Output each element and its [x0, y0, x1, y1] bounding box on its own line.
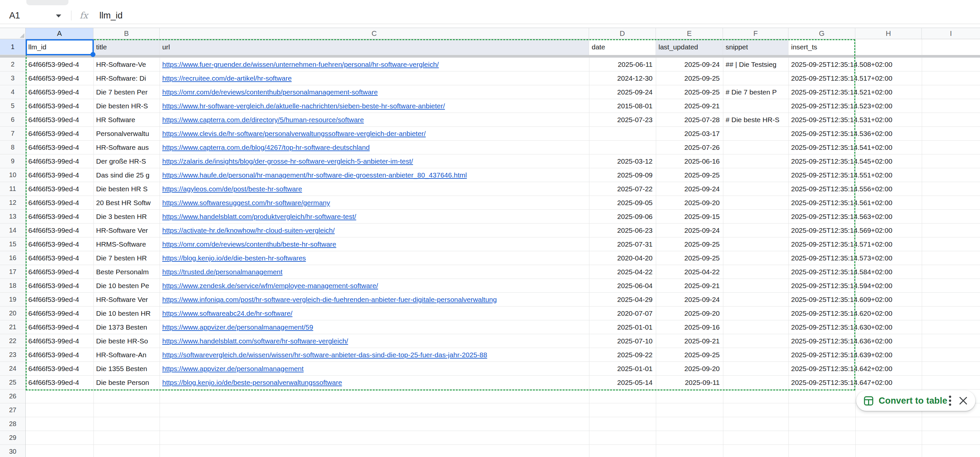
column-header-c[interactable]: C	[160, 28, 589, 39]
cell-snippet[interactable]: # Die 7 besten P	[723, 85, 789, 99]
cell-last-updated[interactable]: 2025-09-15	[656, 210, 723, 223]
row-number[interactable]: 2	[0, 57, 25, 72]
cell-insert-ts[interactable]: 2025-09-25T12:35:14.573+02:00	[789, 251, 953, 265]
cell-date[interactable]: 2025-07-23	[589, 113, 656, 126]
url-link[interactable]: https://omr.com/de/reviews/contenthub/be…	[162, 240, 336, 248]
cell-url[interactable]: https://www.zendesk.de/service/wfm/emplo…	[160, 279, 589, 292]
row-number[interactable]: 28	[0, 417, 25, 431]
cell-insert-ts[interactable]: 2025-09-25T12:35:14.569+02:00	[789, 224, 953, 237]
empty-row[interactable]	[25, 445, 980, 457]
cell-title[interactable]: Das sind die 25 g	[94, 168, 160, 182]
url-link[interactable]: https://www.fuer-gruender.de/wissen/unte…	[162, 61, 439, 68]
cell-last-updated[interactable]: 2025-09-21	[656, 279, 723, 292]
close-icon[interactable]	[959, 396, 967, 405]
row-number[interactable]: 21	[0, 320, 25, 334]
empty-row[interactable]	[25, 431, 980, 445]
url-link[interactable]: https://activate-hr.de/knowhow/hr-cloud-…	[162, 226, 335, 234]
cell-date[interactable]: 2025-09-06	[589, 210, 656, 223]
url-link[interactable]: https://zalaris.de/insights/blog/der-gro…	[162, 158, 413, 165]
row-number[interactable]: 26	[0, 390, 25, 403]
cell-llm-id[interactable]: 64f66f53-99ed-4	[25, 348, 94, 361]
url-link[interactable]: https://recruitee.com/de-artikel/hr-soft…	[162, 75, 291, 82]
cell-url[interactable]: https://agyleos.com/de/post/beste-hr-sof…	[160, 182, 589, 196]
url-link[interactable]: https://www.hr-software-vergleich.de/akt…	[162, 102, 445, 110]
cell-title-header[interactable]: title	[94, 39, 160, 55]
empty-row[interactable]	[25, 403, 980, 417]
cell-last-updated[interactable]: 2025-09-25	[656, 237, 723, 251]
cell-last-updated[interactable]: 2025-04-22	[656, 265, 723, 279]
cell-title[interactable]: HR-Software Ver	[94, 224, 160, 237]
cell-insert-ts[interactable]: 2025-09-25T12:35:14.508+02:00	[789, 57, 953, 71]
cell-last-updated-header[interactable]: last_updated	[656, 39, 723, 55]
cell-title[interactable]: 20 Best HR Softw	[94, 196, 160, 209]
cell-insert-ts[interactable]: 2025-09-25T12:35:14.571+02:00	[789, 237, 953, 251]
cell-url[interactable]: https://omr.com/de/reviews/contenthub/pe…	[160, 85, 589, 99]
cell-date[interactable]: 2025-06-23	[589, 224, 656, 237]
cell-title[interactable]: Personalverwaltu	[94, 127, 160, 140]
cell-url[interactable]: https://www.handelsblatt.com/produktverg…	[160, 210, 589, 223]
row-number[interactable]: 1	[0, 39, 25, 55]
cell-date[interactable]	[589, 140, 656, 154]
cell-insert-ts[interactable]: 2025-09-25T12:35:14.531+02:00	[789, 113, 953, 126]
cell-url[interactable]: https://www.handelsblatt.com/software/hr…	[160, 334, 589, 348]
cell-llm-id[interactable]: 64f66f53-99ed-4	[25, 182, 94, 196]
cell-insert-ts[interactable]: 2025-09-25T12:35:14.620+02:00	[789, 307, 953, 320]
cell-snippet[interactable]	[723, 293, 789, 306]
cell-date[interactable]: 2024-12-30	[589, 72, 656, 85]
cell-insert-ts[interactable]: 2025-09-25T12:35:14.647+02:00	[789, 376, 953, 389]
cell-insert-ts[interactable]: 2025-09-25T12:35:14.609+02:00	[789, 293, 953, 306]
cell-date[interactable]: 2025-06-11	[589, 57, 656, 71]
cell-last-updated[interactable]: 2025-03-17	[656, 127, 723, 140]
cell-last-updated[interactable]: 2025-09-21	[656, 99, 723, 113]
cell-insert-ts[interactable]: 2025-09-25T12:35:14.541+02:00	[789, 140, 953, 154]
cell-insert-ts[interactable]: 2025-09-25T12:35:14.551+02:00	[789, 168, 953, 182]
cell-snippet[interactable]	[723, 237, 789, 251]
cell-last-updated[interactable]: 2025-09-24	[656, 293, 723, 306]
row-number[interactable]: 7	[0, 127, 25, 140]
row-number[interactable]: 11	[0, 182, 25, 196]
row-number[interactable]: 27	[0, 403, 25, 417]
empty-row[interactable]	[25, 417, 980, 431]
row-number[interactable]: 6	[0, 113, 25, 127]
cell-llm-id[interactable]: 64f66f53-99ed-4	[25, 113, 94, 126]
row-number[interactable]: 18	[0, 279, 25, 293]
column-header-e[interactable]: E	[656, 28, 723, 39]
cell-last-updated[interactable]: 2025-09-20	[656, 307, 723, 320]
url-link[interactable]: https://blog.kenjo.io/de/die-besten-hr-s…	[162, 254, 306, 262]
cell-url-header[interactable]: url	[160, 39, 589, 55]
cell-last-updated[interactable]: 2025-09-24	[656, 224, 723, 237]
more-options-icon[interactable]	[948, 395, 952, 406]
cell-llm-id[interactable]: 64f66f53-99ed-4	[25, 210, 94, 223]
column-header-h[interactable]: H	[855, 28, 922, 39]
cell-date[interactable]: 2020-04-20	[589, 251, 656, 265]
cell-url[interactable]: https://www.capterra.com.de/blog/4267/to…	[160, 140, 589, 154]
cell-snippet[interactable]	[723, 265, 789, 279]
url-link[interactable]: https://www.handelsblatt.com/software/hr…	[162, 337, 348, 345]
cell-date[interactable]: 2025-04-22	[589, 265, 656, 279]
cell-date[interactable]: 2025-01-01	[589, 362, 656, 375]
row-number[interactable]: 9	[0, 154, 25, 168]
cell-date[interactable]: 2025-09-24	[589, 85, 656, 99]
url-link[interactable]: https://trusted.de/personalmanagement	[162, 268, 282, 276]
url-link[interactable]: https://www.softwareabc24.de/hr-software…	[162, 309, 293, 317]
cell-title[interactable]: HR-Software Ver	[94, 293, 160, 306]
cell-llm-id[interactable]: 64f66f53-99ed-4	[25, 265, 94, 279]
cell-snippet[interactable]	[723, 279, 789, 292]
cell-snippet[interactable]	[723, 348, 789, 361]
cell-last-updated[interactable]: 2025-06-16	[656, 154, 723, 168]
cell-last-updated[interactable]: 2025-09-24	[656, 57, 723, 71]
cell-snippet[interactable]	[723, 307, 789, 320]
cell-last-updated[interactable]: 2025-09-25	[656, 168, 723, 182]
cell-title[interactable]: HRMS-Software	[94, 237, 160, 251]
cell-snippet[interactable]	[723, 376, 789, 389]
cell-snippet[interactable]	[723, 127, 789, 140]
name-box[interactable]: A1	[9, 7, 20, 24]
cell-last-updated[interactable]: 2025-09-20	[656, 362, 723, 375]
row-number[interactable]: 17	[0, 265, 25, 279]
row-number[interactable]: 5	[0, 99, 25, 113]
cell-snippet[interactable]	[723, 334, 789, 348]
cell-llm-id[interactable]: 64f66f53-99ed-4	[25, 251, 94, 265]
cell-insert-ts[interactable]: 2025-09-25T12:35:14.561+02:00	[789, 196, 953, 209]
cell-date[interactable]: 2025-01-01	[589, 320, 656, 334]
url-link[interactable]: https://www.capterra.com.de/directory/5/…	[162, 116, 364, 124]
